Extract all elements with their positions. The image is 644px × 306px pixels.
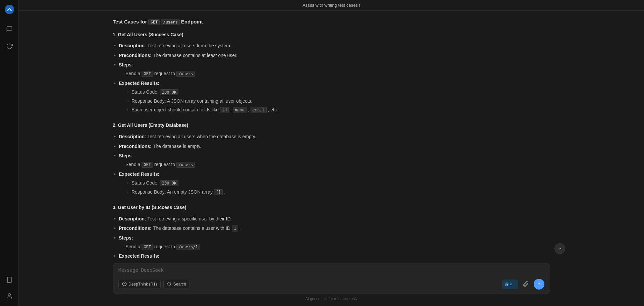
tc3-expected: Expected Results: Status Code: 200 OK [113, 252, 550, 259]
tc2-expected-list: Status Code: 200 OK Response Body: An em… [119, 179, 550, 196]
input-toolbar: DeepThink (R1) Search [118, 279, 544, 290]
svg-point-5 [8, 294, 10, 296]
svg-point-10 [505, 285, 506, 286]
tc1-preconditions: Preconditions: The database contains at … [113, 52, 550, 59]
test-case-3-title: 3. Get User by ID (Success Case) [113, 204, 550, 212]
tc2-steps-list: Send a GET request to /users . [119, 161, 550, 168]
tc2-step-1: Send a GET request to /users . [125, 161, 550, 168]
search-label: Search [173, 282, 186, 287]
chat-sidebar-icon[interactable] [3, 23, 15, 35]
tc2-expected: Expected Results: Status Code: 200 OK Re… [113, 170, 550, 196]
deepthink-label: DeepThink (R1) [128, 282, 157, 287]
toolbar-right: R1 [502, 279, 544, 290]
tc2-steps: Steps: Send a GET request to /users . [113, 152, 550, 168]
ai-disclaimer: AI-generated, for reference only [113, 297, 550, 301]
deepthink-button[interactable]: DeepThink (R1) [118, 280, 161, 289]
scroll-down-button[interactable] [554, 243, 565, 254]
page-header: Assist with writing test cases f [19, 0, 644, 11]
mobile-sidebar-icon[interactable] [3, 274, 15, 286]
tc1-expected-list: Status Code: 200 OK Response Body: A JSO… [119, 88, 550, 113]
user-sidebar-icon[interactable] [3, 290, 15, 302]
toolbar-left: DeepThink (R1) Search [118, 280, 190, 289]
test-case-2-list: Description: Test retrieving all users w… [113, 133, 550, 196]
chat-area: Test Cases for GET /users Endpoint 1. Ge… [19, 11, 644, 259]
tc1-steps: Steps: Send a GET request to /users . [113, 61, 550, 78]
attach-button[interactable] [521, 279, 531, 289]
svg-point-0 [5, 5, 14, 14]
tc3-step-1: Send a GET request to /users/1 . [125, 243, 550, 250]
tc1-step-1: Send a GET request to /users . [125, 70, 550, 77]
header-title: Assist with writing test cases f [303, 3, 360, 8]
test-case-2: 2. Get All Users (Empty Database) Descri… [113, 121, 550, 196]
test-case-3-list: Description: Test retrieving a specific … [113, 215, 550, 259]
tc1-fields: Each user object should contain fields l… [125, 106, 550, 113]
search-button[interactable]: Search [163, 280, 190, 289]
endpoint-path: /users [161, 19, 179, 25]
tc1-steps-list: Send a GET request to /users . [119, 70, 550, 77]
tc1-response-body: Response Body: A JSON array containing a… [125, 97, 550, 105]
tc2-response-body: Response Body: An empty JSON array [] . [125, 188, 550, 196]
svg-point-11 [507, 285, 508, 286]
svg-point-7 [167, 282, 170, 285]
send-button[interactable] [534, 279, 544, 290]
search-icon [167, 282, 172, 287]
test-case-1: 1. Get All Users (Success Case) Descript… [113, 31, 550, 114]
tc1-status: Status Code: 200 OK [125, 88, 550, 96]
main-content: Assist with writing test cases f Test Ca… [19, 0, 644, 306]
tc3-steps: Steps: Send a GET request to /users/1 . [113, 234, 550, 251]
deepthink-icon [122, 282, 127, 287]
message-input[interactable] [118, 267, 544, 275]
tc2-preconditions: Preconditions: The database is empty. [113, 143, 550, 150]
tc1-expected: Expected Results: Status Code: 200 OK Re… [113, 80, 550, 114]
tc2-status: Status Code: 200 OK [125, 179, 550, 187]
sidebar-bottom [3, 274, 15, 302]
deepseek-badge: R1 [502, 279, 518, 289]
section-title: Test Cases for GET /users Endpoint [113, 17, 550, 26]
test-case-3: 3. Get User by ID (Success Case) Descrip… [113, 204, 550, 259]
sidebar [0, 0, 19, 306]
tc2-description: Description: Test retrieving all users w… [113, 133, 550, 140]
svg-text:R1: R1 [510, 283, 513, 286]
app-logo[interactable] [4, 4, 15, 15]
test-case-1-list: Description: Test retrieving all users f… [113, 42, 550, 113]
svg-point-1 [7, 10, 8, 11]
input-area: DeepThink (R1) Search [19, 259, 644, 306]
svg-line-8 [170, 285, 171, 286]
test-case-1-title: 1. Get All Users (Success Case) [113, 31, 550, 39]
tc1-description: Description: Test retrieving all users f… [113, 42, 550, 49]
test-case-2-title: 2. Get All Users (Empty Database) [113, 121, 550, 130]
svg-rect-3 [7, 277, 11, 283]
message-body: Test Cases for GET /users Endpoint 1. Ge… [113, 17, 550, 259]
input-box: DeepThink (R1) Search [113, 263, 550, 294]
tc3-preconditions: Preconditions: The database contains a u… [113, 224, 550, 232]
refresh-sidebar-icon[interactable] [3, 40, 15, 52]
tc3-description: Description: Test retrieving a specific … [113, 215, 550, 222]
tc3-steps-list: Send a GET request to /users/1 . [119, 243, 550, 250]
svg-point-2 [10, 10, 12, 11]
endpoint-method: GET [148, 19, 160, 25]
